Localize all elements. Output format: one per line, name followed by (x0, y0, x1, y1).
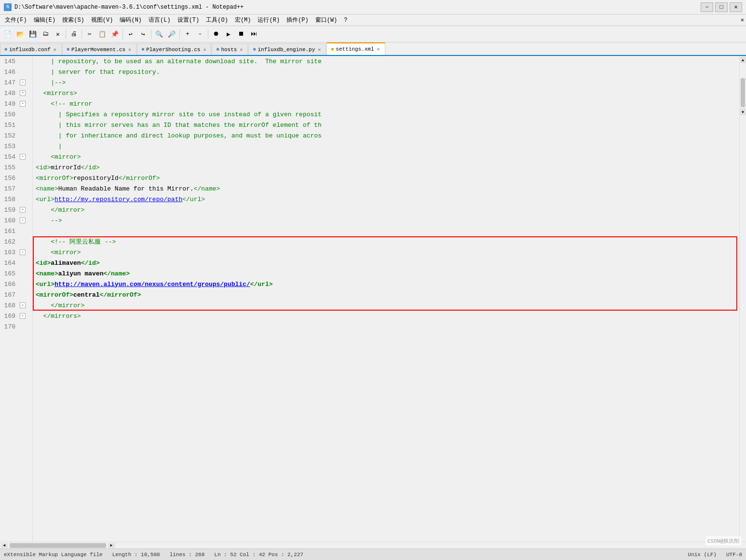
fold-154[interactable]: - (18, 154, 27, 160)
run-macro-n-button[interactable]: ⏭ (248, 28, 259, 40)
fold-147[interactable]: - (18, 80, 27, 85)
menu-language[interactable]: 语言(L) (146, 15, 174, 25)
paste-button[interactable]: 📌 (109, 28, 121, 40)
menu-edit[interactable]: 编辑(E) (31, 15, 59, 25)
xml-tag: <id> (36, 260, 51, 267)
macro-button[interactable]: ⏺ (210, 28, 222, 40)
horizontal-scrollbar[interactable]: ◄ ► (0, 542, 746, 548)
gutter-row: 161 (0, 226, 32, 236)
fold-160[interactable]: - (18, 218, 27, 223)
fold-box-169[interactable]: - (20, 313, 26, 319)
h-scroll-thumb[interactable] (10, 543, 106, 548)
menu-help[interactable]: ? (341, 16, 350, 25)
xml-url: http://maven.aliyun.com/nexus/content/gr… (54, 281, 250, 288)
line-number-162: 162 (0, 238, 18, 246)
tab-influxdb-conf[interactable]: ■ influxdb.conf ✕ (0, 43, 62, 55)
tab-playershooting[interactable]: ■ PlayerShooting.cs ✕ (137, 43, 211, 55)
fold-163[interactable]: - (18, 249, 27, 255)
new-button[interactable]: 📄 (2, 28, 14, 40)
minimize-button[interactable]: – (701, 2, 713, 12)
tab-hosts[interactable]: ■ hosts ✕ (212, 43, 248, 55)
menu-settings[interactable]: 设置(T) (175, 15, 203, 25)
menu-window[interactable]: 窗口(W) (312, 15, 340, 25)
cut-button[interactable]: ✂ (84, 28, 95, 40)
fold-box-147[interactable]: - (20, 80, 26, 85)
fold-box-154[interactable]: - (20, 154, 26, 160)
fold-box-159[interactable]: - (20, 207, 26, 213)
stop-macro-button[interactable]: ⏹ (235, 28, 247, 40)
xml-tag: <mirrorOf> (36, 175, 73, 182)
tab-close-settings[interactable]: ✕ (376, 46, 381, 52)
menu-run[interactable]: 运行(R) (255, 15, 283, 25)
fold-box-168[interactable]: - (20, 302, 26, 308)
menu-macro[interactable]: 宏(M) (232, 15, 254, 25)
fold-169[interactable]: - (18, 313, 27, 319)
tab-playermovement[interactable]: ■ PlayerMovement.cs ✕ (62, 43, 136, 55)
fold-box-160[interactable]: - (20, 218, 26, 223)
line-number-165: 165 (0, 270, 18, 277)
copy-button[interactable]: 📋 (96, 28, 108, 40)
scroll-down-button[interactable]: ▼ (740, 109, 746, 115)
fold-box-148[interactable]: - (20, 90, 26, 96)
vertical-scrollbar[interactable]: ▲ ▼ (739, 56, 746, 542)
menu-search[interactable]: 搜索(S) (59, 15, 87, 25)
code-area[interactable]: | repository, to be used as an alternate… (33, 56, 739, 542)
sep1 (66, 29, 66, 39)
code-line-163: <mirror> (36, 247, 739, 258)
fold-149[interactable]: - (18, 101, 27, 107)
fold-148[interactable]: - (18, 90, 27, 96)
tab-influxdb-engine[interactable]: ■ influxdb_engine.py ✕ (248, 43, 326, 55)
scroll-right-button[interactable]: ► (108, 543, 115, 548)
scroll-thumb[interactable] (741, 78, 745, 107)
gutter-row: 151 (0, 120, 32, 130)
tab-close-playershooting[interactable]: ✕ (202, 47, 207, 53)
fold-168[interactable]: - (18, 302, 27, 308)
open-button[interactable]: 📂 (14, 28, 26, 40)
scroll-up-button[interactable]: ▲ (740, 56, 746, 63)
print-button[interactable]: 🖨 (68, 28, 80, 40)
tab-settings-xml[interactable]: ■ settings.xml ✕ (326, 42, 385, 55)
menu-file[interactable]: 文件(F) (2, 15, 30, 25)
tab-close-influxdb[interactable]: ✕ (53, 47, 57, 53)
tab-close-playermovement[interactable]: ✕ (127, 47, 132, 53)
file-type-status: eXtensible Markup Language file (4, 552, 103, 558)
close-button-tb[interactable]: ✕ (52, 28, 64, 40)
code-line-146: | server for that repository. (36, 67, 739, 77)
zoom-in-button[interactable]: + (182, 28, 193, 40)
run-macro-button[interactable]: ▶ (223, 28, 234, 40)
line-number-164: 164 (0, 260, 18, 267)
undo-button[interactable]: ↩ (125, 28, 136, 40)
find-replace-button[interactable]: 🔎 (166, 28, 177, 40)
maximize-button[interactable]: □ (715, 2, 728, 12)
line-number-170: 170 (0, 323, 18, 330)
xml-text: central (73, 291, 100, 299)
find-button[interactable]: 🔍 (153, 28, 165, 40)
menu-encoding[interactable]: 编码(N) (117, 15, 145, 25)
sep2 (81, 29, 82, 39)
fold-box-149[interactable]: - (20, 101, 26, 107)
code-line-159: </mirror> (36, 205, 739, 215)
close-x[interactable]: ✕ (741, 16, 744, 24)
watermark: CSDN@挨次削 (705, 536, 741, 546)
close-button[interactable]: ✕ (730, 2, 742, 12)
save-button[interactable]: 💾 (27, 28, 39, 40)
tab-close-hosts[interactable]: ✕ (239, 47, 244, 53)
tab-close-influxdb-engine[interactable]: ✕ (317, 47, 322, 53)
zoom-out-button[interactable]: - (194, 28, 206, 40)
save-all-button[interactable]: 🗂 (40, 28, 51, 40)
redo-button[interactable]: ↪ (137, 28, 149, 40)
menu-tools[interactable]: 工具(O) (203, 15, 231, 25)
fold-box-163[interactable]: - (20, 249, 26, 255)
line-number-145: 145 (0, 58, 18, 65)
comment-text: | repository, to be used as an alternate… (36, 58, 322, 65)
code-line-151: | this mirror serves has an ID that matc… (36, 120, 739, 130)
scroll-left-button[interactable]: ◄ (1, 543, 8, 548)
menu-view[interactable]: 视图(V) (88, 15, 116, 25)
fold-159[interactable]: - (18, 207, 27, 213)
gutter-row: 152 (0, 130, 32, 141)
gutter-row: 153 (0, 141, 32, 151)
gutter-row: 169 - (0, 311, 32, 321)
menu-plugins[interactable]: 插件(P) (284, 15, 312, 25)
code-line-152: | for inheritance and direct lookup purp… (36, 130, 739, 141)
sep5 (179, 29, 180, 39)
